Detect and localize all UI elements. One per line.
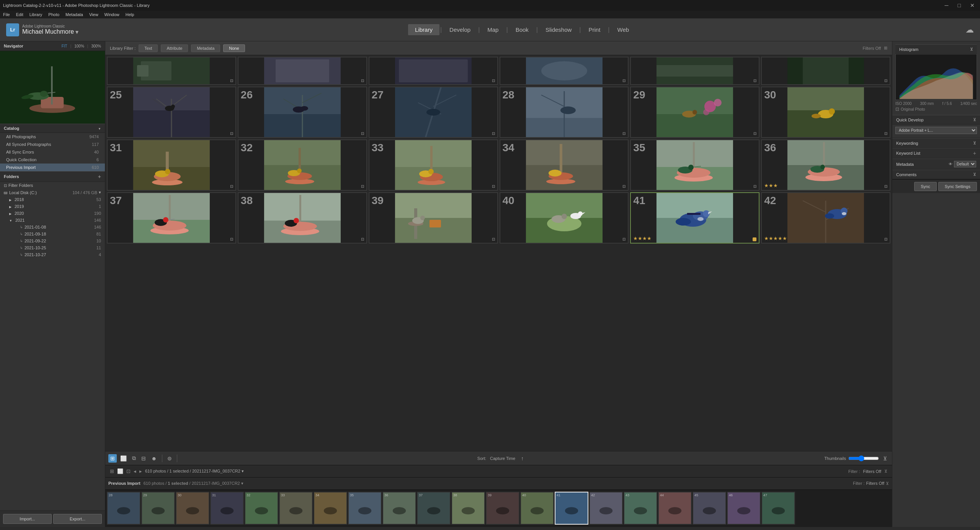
photo-cell-top-6[interactable]: ⊡ xyxy=(761,57,890,85)
sort-select[interactable]: Capture Time xyxy=(488,455,518,461)
zoom-100[interactable]: 100% xyxy=(74,44,84,48)
folder-2021-10-25[interactable]: ↳ 2021-10-25 11 xyxy=(0,244,105,251)
folders-section-header[interactable]: Folders + xyxy=(0,171,105,182)
menu-item-view[interactable]: View xyxy=(89,12,98,17)
grid-icon[interactable]: ⊞ xyxy=(110,468,114,474)
quick-develop-expand[interactable]: ⊻ xyxy=(973,117,976,122)
menu-item-window[interactable]: Window xyxy=(105,12,119,17)
filmstrip-thumb-30[interactable]: 30 xyxy=(176,492,209,525)
filmstrip-thumb-36[interactable]: 36 xyxy=(382,492,416,525)
photo-cell-top-5[interactable]: ⊡ xyxy=(630,57,760,85)
nav-module-library[interactable]: Library xyxy=(408,24,439,35)
maximize-button[interactable]: □ xyxy=(956,2,963,8)
filmstrip-thumb-40[interactable]: 40 xyxy=(520,492,554,525)
compare-view-button[interactable]: ⧉ xyxy=(130,454,138,463)
metadata-preset-select[interactable]: Default xyxy=(954,161,976,167)
minimize-button[interactable]: ─ xyxy=(942,2,951,8)
loupe-view-button[interactable]: ⬜ xyxy=(118,454,129,463)
quick-develop-header[interactable]: Quick Develop ⊻ xyxy=(892,115,980,124)
photo-cell-34[interactable]: 34 ⊡ xyxy=(500,139,629,191)
nav-module-web[interactable]: Web xyxy=(611,24,636,35)
nav-module-book[interactable]: Book xyxy=(509,24,536,35)
close-button[interactable]: ✕ xyxy=(968,2,977,8)
menu-item-help[interactable]: Help xyxy=(126,12,134,17)
metadata-header[interactable]: Metadata 👁 Default xyxy=(892,159,980,170)
keyword-add-button[interactable]: + xyxy=(973,150,976,156)
menu-item-metadata[interactable]: Metadata xyxy=(65,12,83,17)
menu-item-file[interactable]: File xyxy=(3,12,10,17)
nav-module-develop[interactable]: Develop xyxy=(443,24,477,35)
navigator-header[interactable]: Navigator FIT | 100% | 300% xyxy=(0,41,105,51)
folder-2021-10-27[interactable]: ↳ 2021-10-27 4 xyxy=(0,251,105,258)
filmstrip-thumb-44[interactable]: 44 xyxy=(658,492,692,525)
grid-container[interactable]: ⊡ ⊡ ⊡ ⊡ xyxy=(105,55,892,451)
photo-cell-30[interactable]: 30 ⊡ xyxy=(761,87,890,138)
filmstrip-thumb-43[interactable]: 43 xyxy=(624,492,657,525)
disk-dropdown-icon[interactable]: ▾ xyxy=(99,190,101,195)
filmstrip-thumb-46[interactable]: 46 xyxy=(727,492,761,525)
photo-cell-29[interactable]: 29 ⊡ xyxy=(630,87,760,138)
keywording-expand[interactable]: ⊻ xyxy=(973,141,976,146)
filmstrip-thumb-45[interactable]: 45 xyxy=(693,492,726,525)
spray-tool-button[interactable]: ⊚ xyxy=(165,454,174,463)
catalog-item-quick-collection[interactable]: Quick Collection 6 xyxy=(0,156,105,164)
keywording-header[interactable]: Keywording ⊻ xyxy=(892,138,980,148)
import-button[interactable]: Import... xyxy=(3,514,52,524)
photo-cell-35[interactable]: 35 ⊡ xyxy=(630,139,760,191)
sync-button[interactable]: Sync xyxy=(914,182,936,191)
histogram-expand-icon[interactable]: ⊻ xyxy=(970,47,973,52)
next-photo-icon[interactable]: ▸ xyxy=(139,468,142,474)
filmstrip-thumb-34[interactable]: 34 xyxy=(314,492,347,525)
filmstrip-thumb-28[interactable]: 28 xyxy=(107,492,140,525)
folder-2018[interactable]: 2018 53 xyxy=(0,196,105,203)
folder-2020[interactable]: 2020 190 xyxy=(0,210,105,217)
filters-off-status[interactable]: Filters Off xyxy=(863,469,881,474)
keyword-list-header[interactable]: Keyword List + xyxy=(892,148,980,159)
photo-cell-25[interactable]: 25 xyxy=(107,87,236,138)
profile-dropdown-icon[interactable]: ▾ xyxy=(75,28,78,36)
nav-module-map[interactable]: Map xyxy=(480,24,505,35)
filmstrip-thumb-39[interactable]: 39 xyxy=(486,492,519,525)
export-button[interactable]: Export... xyxy=(53,514,102,524)
menu-item-library[interactable]: Library xyxy=(29,12,42,17)
survey-view-button[interactable]: ⊟ xyxy=(139,454,148,463)
add-folder-button[interactable]: + xyxy=(98,173,101,180)
filmstrip-thumb-41[interactable]: 41 xyxy=(555,492,588,525)
secondary-window-icon[interactable]: ⊡ xyxy=(126,468,131,474)
photo-cell-top-2[interactable]: ⊡ xyxy=(238,57,367,85)
photo-cell-top-4[interactable]: ⊡ xyxy=(500,57,629,85)
filter-text-button[interactable]: Text xyxy=(139,44,158,52)
grid-view-button[interactable]: ⊞ xyxy=(108,454,117,463)
photo-cell-42[interactable]: 42 ⊡ xyxy=(761,192,890,244)
filmstrip-thumb-47[interactable]: 47 xyxy=(761,492,795,525)
folder-2021[interactable]: 2021 146 xyxy=(0,217,105,224)
prev-photo-icon[interactable]: ◂ xyxy=(134,468,136,474)
filter-folders-item[interactable]: ⊡ Filter Folders xyxy=(0,182,105,189)
photo-cell-28[interactable]: 28 ⊡ xyxy=(500,87,629,138)
nav-module-print[interactable]: Print xyxy=(582,24,608,35)
catalog-item-all-photos[interactable]: All Photographs 9474 xyxy=(0,133,105,141)
filter-metadata-button[interactable]: Metadata xyxy=(191,44,220,52)
filmstrip-thumb-35[interactable]: 35 xyxy=(348,492,382,525)
loupe-icon[interactable]: ⬜ xyxy=(117,468,123,474)
sort-direction[interactable]: ↑ xyxy=(519,454,526,463)
catalog-section-header[interactable]: Catalog xyxy=(0,124,105,133)
histogram-header[interactable]: Histogram ⊻ xyxy=(895,44,977,54)
metadata-eye-icon[interactable]: 👁 xyxy=(949,162,952,166)
comments-header[interactable]: Comments ⊻ xyxy=(892,170,980,179)
photo-cell-37[interactable]: 37 ⊡ xyxy=(107,192,236,244)
photo-cell-top-1[interactable]: ⊡ xyxy=(107,57,236,85)
local-disk-item[interactable]: 🖴 Local Disk (C:) 104 / 476 GB ▾ xyxy=(0,189,105,196)
folder-2021-09-22[interactable]: ↳ 2021-09-22 10 xyxy=(0,237,105,244)
filmstrip-thumb-29[interactable]: 29 xyxy=(141,492,175,525)
folder-2021-01-08[interactable]: ↳ 2021-01-08 146 xyxy=(0,224,105,231)
catalog-item-synced[interactable]: All Synced Photographs 117 xyxy=(0,141,105,148)
zoom-300[interactable]: 300% xyxy=(91,44,101,48)
people-view-button[interactable]: ☻ xyxy=(149,454,159,463)
photo-cell-27[interactable]: 27 ⊡ xyxy=(369,87,498,138)
filmstrip-thumb-33[interactable]: 33 xyxy=(279,492,313,525)
photo-cell-40[interactable]: 40 xyxy=(500,192,629,244)
catalog-item-previous-import[interactable]: Previous Import 610 xyxy=(0,164,105,171)
toolbar-expand-icon[interactable]: ⊻ xyxy=(881,454,889,463)
photo-cell-top-3[interactable]: ⊡ xyxy=(369,57,498,85)
